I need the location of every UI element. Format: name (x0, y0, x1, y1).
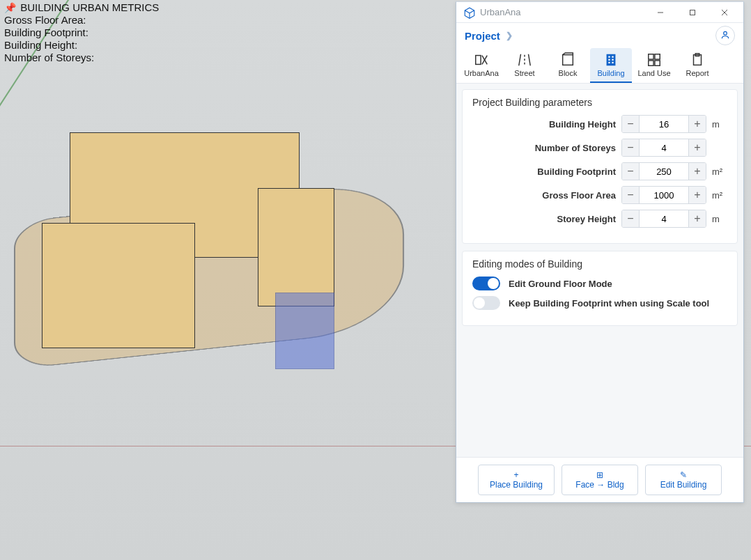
decrement-button[interactable]: − (622, 139, 639, 156)
stepper-number_of_storeys: −+ (621, 139, 706, 157)
face-button[interactable]: ⊞Face → Bldg (562, 465, 638, 495)
value-input[interactable] (639, 116, 689, 132)
value-input[interactable] (639, 187, 689, 203)
value-input[interactable] (639, 139, 689, 156)
metric-line: Gross Floor Area: (4, 14, 159, 26)
toggle-keep_footprint[interactable] (472, 296, 500, 310)
svg-rect-20 (655, 54, 660, 59)
param-label: Number of Storeys (472, 143, 616, 153)
svg-rect-5 (476, 56, 481, 65)
increment-button[interactable]: + (689, 116, 706, 132)
param-label: Building Footprint (472, 166, 616, 177)
increment-button[interactable]: + (689, 139, 706, 156)
tabs: UrbanAnaStreetBlockBuildingLand UseRepor… (456, 48, 743, 84)
increment-button[interactable]: + (689, 187, 706, 203)
svg-rect-14 (612, 56, 613, 58)
panel-footer: +Place Building⊞Face → Bldg✎Edit Buildin… (456, 457, 743, 502)
tab-label: Land Use (633, 69, 675, 77)
decrement-button[interactable]: − (622, 187, 639, 203)
param-row-building_footprint: Building Footprint−+m² (472, 162, 727, 180)
tab-label: Building (590, 69, 632, 77)
landuse-icon (633, 51, 675, 69)
block-icon (547, 51, 589, 69)
breadcrumb-project[interactable]: Project ❯ (465, 30, 513, 42)
panel-window: UrbanAna Project ❯ UrbanAnaStreetBlockBu… (456, 1, 744, 503)
metrics-title: BUILDING URBAN METRICS (20, 1, 159, 13)
chevron-right-icon: ❯ (506, 31, 513, 40)
user-icon (720, 30, 730, 42)
toggle-edit_ground_floor[interactable] (472, 277, 500, 290)
edit-button[interactable]: ✎Edit Building (645, 465, 722, 495)
building-icon (590, 51, 632, 69)
account-button[interactable] (715, 26, 735, 45)
decrement-button[interactable]: − (622, 116, 639, 132)
tab-report[interactable]: Report (676, 48, 718, 83)
svg-line-9 (529, 54, 531, 66)
param-row-storey_height: Storey Height−+m (472, 210, 727, 228)
buildings-sketch (0, 118, 453, 418)
svg-rect-22 (655, 61, 660, 65)
building-ghost-selection (275, 293, 334, 369)
panel-body: Project Building parameters Building Hei… (456, 84, 743, 457)
tab-block[interactable]: Block (547, 48, 589, 83)
tab-label: Street (504, 69, 545, 77)
param-row-number_of_storeys: Number of Storeys−+ (472, 139, 727, 157)
tab-label: UrbanAna (460, 69, 502, 77)
building-block (258, 188, 334, 306)
breadcrumb: Project ❯ (456, 23, 743, 48)
app-logo-icon (463, 6, 476, 19)
action-label: Place Building (490, 480, 543, 490)
street-icon (504, 51, 545, 69)
metric-line: Building Height: (4, 39, 159, 52)
place-button[interactable]: +Place Building (478, 465, 555, 495)
svg-point-4 (724, 31, 727, 35)
urbanana-icon (460, 51, 502, 69)
modes-card-title: Editing modes of Building (472, 258, 727, 270)
stepper-building_height: −+ (621, 115, 706, 133)
svg-rect-16 (612, 59, 613, 61)
toggle-row-edit_ground_floor: Edit Ground Floor Mode (472, 277, 727, 290)
increment-button[interactable]: + (689, 163, 706, 180)
svg-rect-13 (608, 56, 610, 58)
modes-card: Editing modes of Building Edit Ground Fl… (462, 251, 738, 326)
window-close-button[interactable] (709, 2, 741, 23)
metric-line: Building Footprint: (4, 26, 159, 39)
value-input[interactable] (639, 210, 689, 227)
window-maximize-button[interactable] (676, 2, 709, 23)
window-minimize-button[interactable] (644, 2, 676, 23)
tab-street[interactable]: Street (504, 48, 545, 83)
metric-line: Number of Storeys: (4, 52, 159, 64)
param-row-building_height: Building Height−+m (472, 115, 727, 133)
tab-urbanana[interactable]: UrbanAna (460, 48, 502, 83)
tab-building[interactable]: Building (590, 48, 632, 83)
increment-button[interactable]: + (689, 210, 706, 227)
value-input[interactable] (639, 163, 689, 180)
svg-rect-21 (649, 61, 653, 65)
face-icon: ⊞ (596, 471, 603, 479)
titlebar[interactable]: UrbanAna (456, 2, 743, 23)
unit-label: m² (712, 166, 727, 177)
decrement-button[interactable]: − (622, 163, 639, 180)
breadcrumb-label: Project (465, 30, 500, 42)
action-label: Edit Building (660, 480, 707, 490)
metrics-overlay: 📌 BUILDING URBAN METRICS Gross Floor Are… (4, 1, 159, 64)
stepper-gross_floor_area: −+ (621, 186, 706, 204)
tab-landuse[interactable]: Land Use (633, 48, 675, 83)
window-title: UrbanAna (480, 7, 644, 17)
svg-rect-19 (649, 54, 653, 59)
place-icon: + (513, 471, 518, 479)
unit-label: m (712, 214, 727, 224)
param-label: Building Height (472, 119, 616, 130)
params-card: Project Building parameters Building Hei… (462, 89, 738, 244)
stepper-building_footprint: −+ (621, 162, 706, 180)
svg-rect-12 (607, 54, 616, 66)
pin-icon: 📌 (4, 1, 16, 14)
decrement-button[interactable]: − (622, 210, 639, 227)
building-block (42, 223, 195, 348)
tab-label: Block (547, 69, 589, 77)
stepper-storey_height: −+ (621, 210, 706, 228)
toggle-label: Keep Building Footprint when using Scale… (509, 298, 709, 309)
svg-rect-1 (690, 10, 695, 15)
svg-line-8 (519, 54, 521, 66)
unit-label: m² (712, 190, 727, 201)
